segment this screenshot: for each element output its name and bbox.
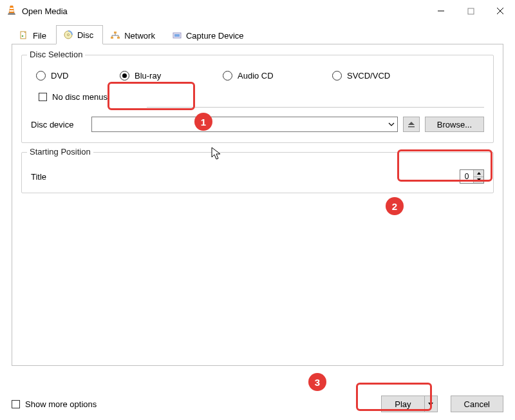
radio-label: Audio CD xyxy=(238,71,274,81)
groupbox-starting-position: Starting Position Title 0 xyxy=(21,152,494,193)
svg-rect-5 xyxy=(468,8,474,14)
tab-file[interactable]: File xyxy=(12,26,56,44)
spin-up[interactable] xyxy=(474,170,483,177)
tab-label: File xyxy=(33,31,46,41)
minimize-button[interactable] xyxy=(426,0,456,22)
tab-strip: File Disc Network Capture Device xyxy=(0,22,515,44)
title-row: Title 0 xyxy=(31,169,484,184)
eject-icon xyxy=(407,120,415,129)
play-button-main[interactable]: Play xyxy=(382,396,424,412)
checkbox-icon xyxy=(12,400,20,408)
svg-point-10 xyxy=(22,35,24,37)
bottom-bar: Show more options Play Cancel xyxy=(12,396,503,412)
svg-marker-3 xyxy=(8,13,15,15)
checkbox-no-disc-menus[interactable]: No disc menus xyxy=(39,92,484,102)
radio-audiocd[interactable]: Audio CD xyxy=(218,68,327,83)
radio-label: DVD xyxy=(51,71,68,81)
tab-label: Capture Device xyxy=(186,31,244,41)
checkbox-icon xyxy=(39,93,47,101)
vlc-icon xyxy=(6,5,17,17)
radio-icon xyxy=(223,71,232,81)
disc-device-row: Disc device Browse... xyxy=(31,117,484,132)
badge-3: 3 xyxy=(308,373,326,391)
svg-rect-14 xyxy=(111,37,113,39)
disc-icon xyxy=(63,30,73,40)
radio-bluray[interactable]: Blu-ray xyxy=(115,68,218,83)
device-label: Disc device xyxy=(31,120,86,129)
chevron-down-icon xyxy=(477,178,481,181)
group-legend: Starting Position xyxy=(27,147,93,157)
network-icon xyxy=(110,30,120,41)
radio-icon xyxy=(36,71,46,81)
window-title: Open Media xyxy=(22,6,68,16)
spin-value: 0 xyxy=(460,170,473,183)
svg-rect-13 xyxy=(114,32,117,33)
group-legend: Disc Selection xyxy=(27,50,85,59)
checkbox-label: Show more options xyxy=(25,399,97,409)
svg-rect-15 xyxy=(117,37,120,39)
close-button[interactable] xyxy=(485,0,515,22)
file-icon xyxy=(19,30,29,41)
title-label: Title xyxy=(31,172,46,182)
radio-row: DVD Blu-ray Audio CD SVCD/VCD xyxy=(31,68,484,83)
svg-rect-17 xyxy=(174,34,180,37)
chevron-down-icon xyxy=(428,403,433,406)
separator xyxy=(147,107,484,108)
play-button-dropdown[interactable] xyxy=(424,396,437,412)
groupbox-disc-selection: Disc Selection DVD Blu-ray Audio CD SVCD… xyxy=(21,55,494,143)
svg-marker-18 xyxy=(408,122,415,125)
browse-button[interactable]: Browse... xyxy=(425,117,484,132)
disc-device-combo[interactable] xyxy=(91,117,398,132)
spin-down[interactable] xyxy=(474,177,483,184)
radio-icon xyxy=(332,71,342,81)
chevron-down-icon xyxy=(386,117,397,131)
tab-label: Network xyxy=(124,31,155,41)
tab-network[interactable]: Network xyxy=(103,26,165,44)
checkbox-show-more-options[interactable]: Show more options xyxy=(12,399,97,409)
maximize-button[interactable] xyxy=(456,0,485,22)
radio-icon xyxy=(120,71,129,81)
svg-rect-19 xyxy=(408,126,415,128)
radio-svcdvcd[interactable]: SVCD/VCD xyxy=(327,68,424,83)
svg-rect-1 xyxy=(10,8,13,9)
title-spinbox[interactable]: 0 xyxy=(460,169,484,184)
radio-label: SVCD/VCD xyxy=(347,71,390,81)
chevron-up-icon xyxy=(477,172,481,175)
titlebar: Open Media xyxy=(0,0,515,22)
tab-label: Disc xyxy=(77,30,93,40)
eject-button[interactable] xyxy=(403,117,420,132)
cancel-button[interactable]: Cancel xyxy=(451,396,503,412)
capture-icon xyxy=(172,30,182,41)
tab-capture-device[interactable]: Capture Device xyxy=(165,26,254,44)
window-controls xyxy=(426,0,515,22)
svg-marker-0 xyxy=(9,6,14,13)
spin-arrows xyxy=(473,170,483,183)
tab-body-disc: Disc Selection DVD Blu-ray Audio CD SVCD… xyxy=(12,44,503,366)
svg-point-12 xyxy=(67,34,69,36)
svg-rect-2 xyxy=(10,10,14,12)
checkbox-label: No disc menus xyxy=(52,92,108,102)
tab-disc[interactable]: Disc xyxy=(56,25,103,44)
radio-dvd[interactable]: DVD xyxy=(31,68,115,83)
play-splitbutton[interactable]: Play xyxy=(381,396,437,412)
radio-label: Blu-ray xyxy=(135,71,161,81)
